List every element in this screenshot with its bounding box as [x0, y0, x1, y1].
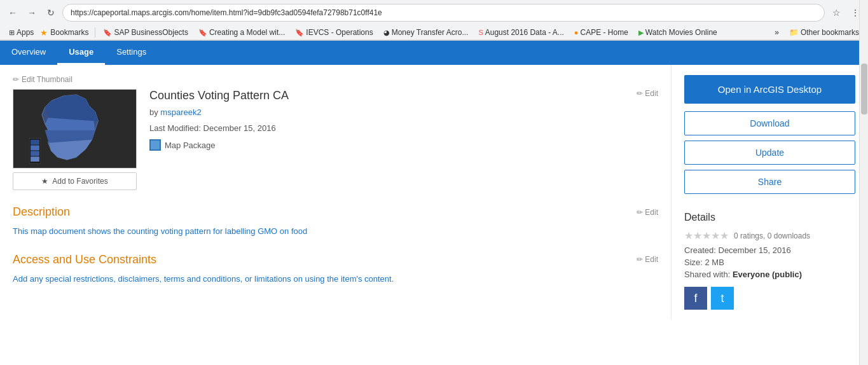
creating-model-icon: 🔖	[198, 29, 207, 37]
browser-toolbar: ← → ↻ https://capeportal.maps.arcgis.com…	[0, 0, 868, 25]
bookmark-creating-model-label: Creating a Model wit...	[209, 28, 285, 37]
tab-usage[interactable]: Usage	[57, 41, 105, 65]
description-edit-link[interactable]: ✏ Edit	[637, 208, 658, 217]
bookmarks-bar: ⊞ Apps ★ Bookmarks 🔖 SAP BusinessObjects…	[0, 25, 868, 40]
back-button[interactable]: ←	[5, 5, 20, 20]
ratings-row: ★★★★★ 0 ratings, 0 downloads	[684, 230, 855, 242]
scrollbar-thumb[interactable]	[861, 64, 867, 114]
pencil-icon-3: ✏	[637, 208, 643, 217]
bookmark-money-transfer[interactable]: ◕ Money Transfer Acro...	[380, 27, 472, 38]
svg-rect-11	[31, 140, 39, 145]
facebook-icon: f	[694, 292, 697, 305]
item-info: Counties Voting Pattern CA ✏ Edit by msp…	[149, 89, 658, 190]
bookmark-ievcs[interactable]: 🔖 IEVCS - Operations	[291, 27, 376, 38]
description-title: Description	[13, 205, 70, 219]
apps-bookmark[interactable]: ⊞ Apps	[5, 27, 38, 38]
access-edit-label: Edit	[645, 255, 658, 264]
money-transfer-icon: ◕	[383, 29, 390, 37]
map-package-icon	[149, 139, 161, 151]
pencil-icon-2: ✏	[637, 89, 643, 98]
open-arcgis-button[interactable]: Open in ArcGIS Desktop	[684, 75, 855, 104]
bookmark-ievcs-label: IEVCS - Operations	[306, 28, 373, 37]
created-value: December 15, 2016	[719, 245, 791, 255]
star-icon: ★	[41, 177, 48, 186]
page-tabs: Overview Usage Settings	[0, 41, 868, 65]
access-constraints-section: Access and Use Constraints ✏ Edit Add an…	[13, 253, 658, 286]
size-value: 2 MB	[705, 258, 724, 267]
bookmark-sap-label: SAP BusinessObjects	[114, 28, 188, 37]
browser-chrome: ← → ↻ https://capeportal.maps.arcgis.com…	[0, 0, 868, 41]
august-data-icon: S	[478, 29, 483, 36]
pencil-icon-4: ✏	[637, 255, 643, 264]
main-content: ✏ Edit Thumbnail	[0, 65, 868, 320]
created-label: Created:	[684, 245, 716, 255]
bookmark-august-label: August 2016 Data - A...	[485, 28, 564, 37]
add-favorites-button[interactable]: ★ Add to Favorites	[13, 172, 137, 190]
twitter-button[interactable]: t	[711, 287, 734, 310]
title-edit-label: Edit	[645, 89, 658, 98]
access-body: Add any special restrictions, disclaimer…	[13, 273, 658, 286]
share-button[interactable]: Share	[684, 170, 855, 194]
ievcs-icon: 🔖	[295, 29, 304, 37]
details-title: Details	[684, 212, 855, 223]
bookmark-creating-model[interactable]: 🔖 Creating a Model wit...	[195, 27, 289, 38]
access-edit-link[interactable]: ✏ Edit	[637, 255, 658, 264]
ca-map-svg	[13, 90, 136, 168]
more-bookmarks-button[interactable]: »	[771, 27, 783, 38]
update-button[interactable]: Update	[684, 141, 855, 165]
address-bar[interactable]: https://capeportal.maps.arcgis.com/home/…	[62, 4, 825, 22]
created-row: Created: December 15, 2016	[684, 245, 855, 255]
twitter-icon: t	[720, 292, 724, 305]
watch-movies-icon: ▶	[638, 29, 644, 37]
add-favorites-label: Add to Favorites	[52, 177, 107, 186]
size-row: Size: 2 MB	[684, 258, 855, 267]
bookmark-separator	[95, 27, 95, 38]
cape-home-icon: ●	[574, 29, 579, 36]
apps-label: Apps	[17, 28, 34, 37]
bookmark-cape-label: CAPE - Home	[580, 28, 628, 37]
size-label: Size:	[684, 258, 703, 267]
bookmarks-star-icon: ★	[40, 28, 48, 38]
download-button[interactable]: Download	[684, 111, 855, 135]
bookmark-watch-movies[interactable]: ▶ Watch Movies Online	[635, 27, 721, 38]
bookmark-august-data[interactable]: S August 2016 Data - A...	[474, 27, 567, 38]
address-text: https://capeportal.maps.arcgis.com/home/…	[71, 8, 816, 17]
bookmark-sap[interactable]: 🔖 SAP BusinessObjects	[99, 27, 192, 38]
facebook-button[interactable]: f	[684, 287, 707, 310]
pencil-icon: ✏	[13, 75, 19, 84]
description-edit-label: Edit	[645, 208, 658, 217]
tab-overview[interactable]: Overview	[0, 41, 57, 65]
description-section: Description ✏ Edit This map document sho…	[13, 205, 658, 238]
bookmark-star-button[interactable]: ☆	[829, 5, 844, 20]
browser-icons: ☆ ⋮	[829, 5, 863, 20]
shared-value: Everyone (public)	[733, 270, 802, 279]
item-author-row: by mspareek2	[149, 107, 658, 117]
map-package-label: Map Package	[165, 141, 216, 150]
bookmark-cape-home[interactable]: ● CAPE - Home	[570, 27, 632, 38]
right-panel: Open in ArcGIS Desktop Download Update S…	[671, 65, 868, 320]
title-edit-link[interactable]: ✏ Edit	[637, 89, 658, 98]
map-package-row: Map Package	[149, 139, 658, 151]
shared-row: Shared with: Everyone (public)	[684, 270, 855, 279]
other-bookmarks[interactable]: 📁 Other bookmarks	[785, 27, 863, 38]
item-modified: Last Modified: December 15, 2016	[149, 123, 658, 133]
thumbnail-box: ★ Add to Favorites	[13, 89, 137, 190]
author-prefix: by	[149, 107, 158, 117]
details-section: Details ★★★★★ 0 ratings, 0 downloads Cre…	[684, 212, 855, 310]
ratings-text: 0 ratings, 0 downloads	[734, 231, 810, 240]
forward-button[interactable]: →	[24, 5, 39, 20]
author-link[interactable]: mspareek2	[160, 107, 201, 117]
access-title-row: Access and Use Constraints ✏ Edit	[13, 253, 658, 266]
item-title: Counties Voting Pattern CA	[149, 89, 289, 102]
reload-button[interactable]: ↻	[43, 5, 59, 20]
bookmarks-label: Bookmarks	[50, 28, 88, 37]
edit-thumbnail-label: Edit Thumbnail	[22, 75, 72, 84]
social-buttons: f t	[684, 287, 855, 310]
apps-grid-icon: ⊞	[9, 29, 15, 37]
edit-thumbnail-link[interactable]: ✏ Edit Thumbnail	[13, 75, 658, 84]
folder-icon: 📁	[789, 28, 799, 37]
access-title: Access and Use Constraints	[13, 253, 156, 266]
scrollbar-track[interactable]	[859, 0, 868, 320]
tab-settings[interactable]: Settings	[105, 41, 158, 65]
other-bookmarks-label: Other bookmarks	[801, 28, 859, 37]
